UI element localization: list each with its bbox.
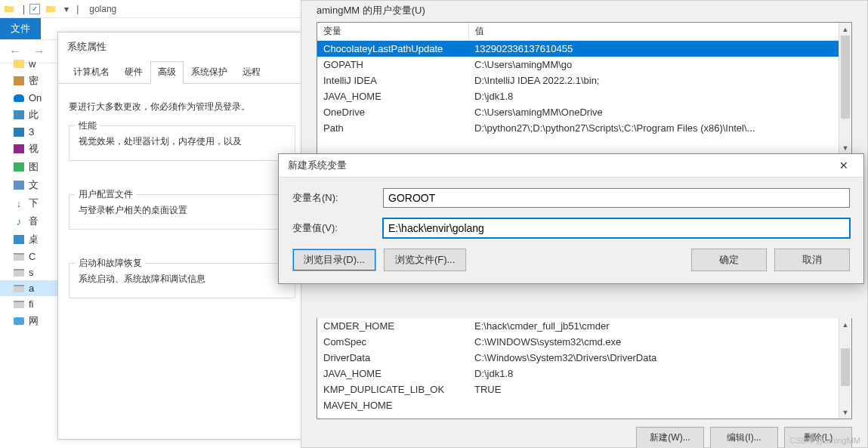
tab-3[interactable]: 系统保护 [184,61,235,83]
sidebar-item[interactable]: 图 [0,158,57,176]
group-text: 视觉效果，处理器计划，内存使用，以及 [79,135,286,148]
sidebar-item[interactable]: ♪音 [0,212,57,230]
scroll-thumb[interactable] [841,348,850,386]
sidebar-item[interactable]: 3 [0,124,57,140]
table-row[interactable]: ComSpecC:\WINDOWS\system32\cmd.exe [317,334,851,350]
cell-var: JAVA_HOME [317,366,468,382]
dialog-titlebar[interactable]: 新建系统变量 ✕ [279,154,863,177]
sidebar-item[interactable]: ↓下 [0,194,57,212]
cancel-button[interactable]: 取消 [774,249,850,271]
sidebar-item-label: 图 [29,160,39,174]
sidebar-item[interactable]: 网 [0,312,57,330]
edit-button[interactable]: 编辑(I)... [710,427,778,448]
pic-icon [14,162,24,171]
new-system-variable-dialog: 新建系统变量 ✕ 变量名(N): 变量值(V): 浏览目录(D)... 浏览文件… [278,153,864,284]
cell-var: ComSpec [317,334,468,350]
cell-var: MAVEN_HOME [317,397,468,413]
cell-var: CMDER_HOME [317,318,468,334]
scroll-up-icon[interactable]: ▲ [839,318,851,331]
sidebar-item-label: 下 [29,196,39,210]
table-row[interactable]: MAVEN_HOME [317,397,851,413]
col-variable[interactable]: 变量 [317,23,468,41]
table-row[interactable]: DriverDataC:\Windows\System32\Drivers\Dr… [317,350,851,366]
title-sep: | [20,4,25,14]
scroll-down-icon[interactable]: ▼ [839,141,851,154]
table-row[interactable]: ChocolateyLastPathUpdate1329023361376104… [317,41,851,57]
chevron-down-icon[interactable]: ▾ [61,4,69,14]
scroll-down-icon[interactable]: ▼ [839,406,851,419]
cell-val: 132902336137610455 [468,41,851,57]
sidebar-item[interactable]: C [0,249,57,264]
pc-icon [14,110,24,119]
disk-icon [14,301,24,308]
scroll-up-icon[interactable]: ▲ [839,23,851,36]
scrollbar[interactable]: ▲ ▼ [839,23,851,154]
sidebar-item[interactable]: 桌 [0,230,57,249]
folder-icon [3,3,15,15]
ok-button[interactable]: 确定 [691,249,767,271]
sys-vars-table-wrap: CMDER_HOMEE:\hack\cmder_full_jb51\cmderC… [317,318,852,419]
user-profile-group: 用户配置文件 与登录帐户相关的桌面设置 [69,194,295,230]
sidebar-item-label: fi [29,298,34,310]
sidebar-item[interactable]: 此 [0,106,57,124]
group-text: 系统启动、系统故障和调试信息 [79,273,286,286]
table-row[interactable]: OneDriveC:\Users\amingMM\OneDrive [317,104,851,120]
scroll-thumb[interactable] [841,36,850,119]
cell-val: TRUE [468,382,851,397]
table-row[interactable]: JAVA_HOMED:\jdk1.8 [317,88,851,104]
mu-icon: ♪ [14,216,24,227]
table-row[interactable]: KMP_DUPLICATE_LIB_OKTRUE [317,382,851,397]
sidebar-item[interactable]: 密 [0,72,57,90]
col-value[interactable]: 值 [468,23,851,41]
scrollbar[interactable]: ▲ ▼ [839,318,851,419]
user-vars-table[interactable]: 变量 值 ChocolateyLastPathUpdate13290233613… [317,23,851,136]
browse-file-button[interactable]: 浏览文件(F)... [384,249,466,271]
close-icon[interactable]: ✕ [829,159,859,171]
watermark: CSDN @amingMM [789,436,860,445]
table-row[interactable]: IntelliJ IDEAD:\IntelliJ IDEA 2022.2.1\b… [317,73,851,88]
folder-icon [14,60,24,68]
sidebar-item-label: 此 [29,108,39,122]
check-icon[interactable]: ✓ [29,4,40,14]
tab-1[interactable]: 硬件 [117,61,150,83]
system-properties-dialog: 系统属性 计算机名硬件高级系统保护远程 要进行大多数更改，你必须作为管理员登录。… [57,32,307,440]
table-row[interactable]: GOPATHC:\Users\amingMM\go [317,57,851,73]
dsk-icon [14,235,24,244]
new-button[interactable]: 新建(W)... [636,427,704,448]
admin-notice: 要进行大多数更改，你必须作为管理员登录。 [69,100,295,113]
tab-4[interactable]: 远程 [235,61,268,83]
table-row[interactable]: CMDER_HOMEE:\hack\cmder_full_jb51\cmder [317,318,851,334]
sidebar-item-label: 网 [29,314,39,328]
group-label: 性能 [76,119,100,132]
window-title: golang [83,4,116,14]
file-menu-tab[interactable]: 文件 [0,18,41,39]
sidebar-item[interactable]: s [0,264,57,280]
sidebar-item[interactable]: 文 [0,176,57,194]
table-row[interactable]: PathD:\python27\;D:\python27\Scripts\;C:… [317,120,851,136]
cell-val: D:\jdk1.8 [468,88,851,104]
sidebar-item[interactable]: On [0,90,57,106]
cell-var: Path [317,120,468,136]
performance-group: 性能 视觉效果，处理器计划，内存使用，以及 [69,125,295,161]
cell-val [468,397,851,413]
dialog-title: 系统属性 [58,32,306,61]
browse-dir-button[interactable]: 浏览目录(D)... [292,249,376,271]
cell-var: JAVA_HOME [317,88,468,104]
sidebar-item-label: 视 [29,142,39,156]
tab-2[interactable]: 高级 [150,61,184,84]
sidebar-item[interactable]: fi [0,296,57,312]
sidebar-item[interactable]: a [0,280,57,296]
folder-icon-2 [45,3,57,15]
cell-var: IntelliJ IDEA [317,73,468,88]
var-value-input[interactable] [383,218,850,238]
cell-val: C:\Windows\System32\Drivers\DriverData [468,350,851,366]
table-row[interactable]: JAVA_HOMED:\jdk1.8 [317,366,851,382]
sidebar-item[interactable]: w [0,56,57,72]
sidebar-item[interactable]: 视 [0,140,57,158]
sidebar-item-label: 音 [29,215,39,228]
cell-val: C:\Users\amingMM\OneDrive [468,104,851,120]
tab-0[interactable]: 计算机名 [66,61,117,83]
disk-icon [14,285,24,292]
sys-vars-table[interactable]: CMDER_HOMEE:\hack\cmder_full_jb51\cmderC… [317,318,851,413]
var-name-input[interactable] [383,188,850,208]
